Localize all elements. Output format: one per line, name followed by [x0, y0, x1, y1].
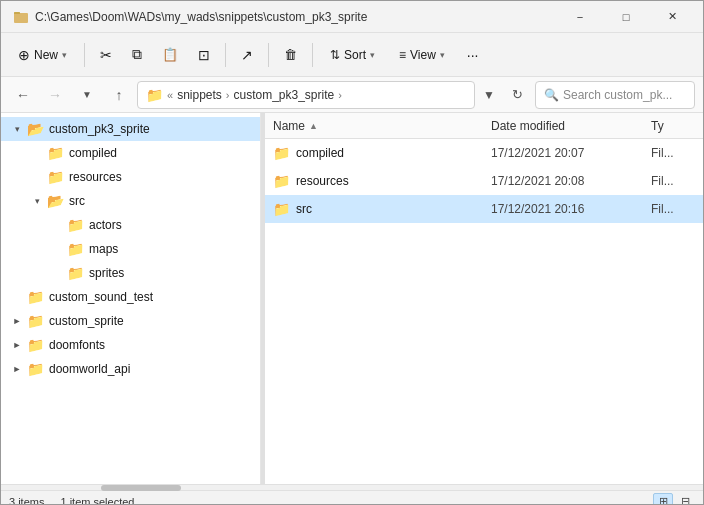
large-icons-view-button[interactable]: ⊟ [675, 493, 695, 506]
path-sep-2: › [226, 89, 230, 101]
view-label: View [410, 48, 436, 62]
column-date-modified[interactable]: Date modified [483, 113, 643, 138]
file-type-src: Fil... [643, 202, 703, 216]
sidebar-item-custom-sound-test[interactable]: 📁 custom_sound_test [1, 285, 260, 309]
address-dropdown-button[interactable]: ▼ [479, 81, 499, 109]
folder-icon-doomworld-api: 📁 [27, 361, 44, 377]
sidebar-label-src: src [69, 194, 85, 208]
refresh-button[interactable]: ↻ [503, 81, 531, 109]
cut-icon: ✂ [100, 47, 112, 63]
share-button[interactable]: ↗ [232, 38, 262, 72]
copy-button[interactable]: ⧉ [123, 38, 151, 72]
file-name-compiled: 📁 compiled [265, 145, 483, 161]
cut-button[interactable]: ✂ [91, 38, 121, 72]
file-label-resources: resources [296, 174, 349, 188]
back-button[interactable]: ← [9, 81, 37, 109]
sidebar-label-custom-pk3-sprite: custom_pk3_sprite [49, 122, 150, 136]
large-icons-icon: ⊟ [681, 495, 690, 505]
view-chevron-icon: ▾ [440, 50, 445, 60]
rename-button[interactable]: ⊡ [189, 38, 219, 72]
sidebar-item-resources[interactable]: 📁 resources [1, 165, 260, 189]
column-name[interactable]: Name ▲ [265, 113, 483, 138]
expand-icon-src: ▾ [29, 193, 45, 209]
share-icon: ↗ [241, 47, 253, 63]
sidebar-item-doomfonts[interactable]: ► 📁 doomfonts [1, 333, 260, 357]
column-type-label: Ty [651, 119, 664, 133]
search-box[interactable]: 🔍 Search custom_pk... [535, 81, 695, 109]
status-bar: 3 items 1 item selected ⊞ ⊟ [1, 490, 703, 505]
folder-icon-compiled-file: 📁 [273, 145, 290, 161]
expand-icon-doomfonts: ► [9, 337, 25, 353]
folder-icon-cst: 📁 [27, 289, 44, 305]
new-button[interactable]: ⊕ New ▾ [7, 38, 78, 72]
file-label-compiled: compiled [296, 146, 344, 160]
folder-icon-custom-sprite: 📁 [27, 313, 44, 329]
folder-icon-maps: 📁 [67, 241, 84, 257]
new-icon: ⊕ [18, 47, 30, 63]
file-date-resources: 17/12/2021 20:08 [483, 174, 643, 188]
folder-icon-doomfonts: 📁 [27, 337, 44, 353]
refresh-icon: ↻ [512, 87, 523, 102]
sidebar-item-sprites[interactable]: 📁 sprites [1, 261, 260, 285]
file-name-src: 📁 src [265, 201, 483, 217]
title-text: C:\Games\Doom\WADs\my_wads\snippets\cust… [35, 10, 367, 24]
title-bar-left: C:\Games\Doom\WADs\my_wads\snippets\cust… [13, 9, 367, 25]
delete-button[interactable]: 🗑 [275, 38, 306, 72]
scrollbar-thumb[interactable] [101, 485, 181, 491]
up-button[interactable]: ↑ [105, 81, 133, 109]
window-icon [13, 9, 29, 25]
sidebar-item-compiled[interactable]: 📁 compiled [1, 141, 260, 165]
path-sep-1: « [167, 89, 173, 101]
sidebar-label-actors: actors [89, 218, 122, 232]
recent-locations-button[interactable]: ▼ [73, 81, 101, 109]
sort-arrow-icon: ▲ [309, 121, 318, 131]
sidebar-label-resources: resources [69, 170, 122, 184]
new-label: New [34, 48, 58, 62]
file-row-src[interactable]: 📁 src 17/12/2021 20:16 Fil... [265, 195, 703, 223]
path-snippets[interactable]: snippets [177, 88, 222, 102]
sidebar-item-custom-pk3-sprite[interactable]: ▾ 📂 custom_pk3_sprite [1, 117, 260, 141]
folder-icon-resources-file: 📁 [273, 173, 290, 189]
sort-button[interactable]: ⇅ Sort ▾ [319, 38, 386, 72]
sidebar-label-doomfonts: doomfonts [49, 338, 105, 352]
path-custom-pk3-sprite[interactable]: custom_pk3_sprite [234, 88, 335, 102]
file-row-resources[interactable]: 📁 resources 17/12/2021 20:08 Fil... [265, 167, 703, 195]
sidebar-label-maps: maps [89, 242, 118, 256]
sidebar-item-maps[interactable]: 📁 maps [1, 237, 260, 261]
sidebar-item-doomworld-api[interactable]: ► 📁 doomworld_api [1, 357, 260, 381]
file-name-resources: 📁 resources [265, 173, 483, 189]
file-row-compiled[interactable]: 📁 compiled 17/12/2021 20:07 Fil... [265, 139, 703, 167]
file-type-compiled: Fil... [643, 146, 703, 160]
forward-button[interactable]: → [41, 81, 69, 109]
sidebar-label-doomworld-api: doomworld_api [49, 362, 130, 376]
folder-icon-resources: 📁 [47, 169, 64, 185]
view-button[interactable]: ≡ View ▾ [388, 38, 456, 72]
file-label-src: src [296, 202, 312, 216]
paste-button[interactable]: 📋 [153, 38, 187, 72]
sidebar-item-src[interactable]: ▾ 📂 src [1, 189, 260, 213]
expand-icon-doomworld-api: ► [9, 361, 25, 377]
view-icon: ≡ [399, 48, 406, 62]
minimize-button[interactable]: − [557, 1, 603, 33]
folder-icon-compiled: 📁 [47, 145, 64, 161]
horizontal-scrollbar[interactable] [1, 484, 703, 490]
close-button[interactable]: ✕ [649, 1, 695, 33]
toolbar-separator-2 [225, 43, 226, 67]
sidebar-item-actors[interactable]: 📁 actors [1, 213, 260, 237]
file-type-resources: Fil... [643, 174, 703, 188]
address-path[interactable]: 📁 « snippets › custom_pk3_sprite › [137, 81, 475, 109]
toolbar-separator-4 [312, 43, 313, 67]
sidebar-item-custom-sprite[interactable]: ► 📁 custom_sprite [1, 309, 260, 333]
column-date-label: Date modified [491, 119, 565, 133]
details-view-button[interactable]: ⊞ [653, 493, 673, 506]
toolbar: ⊕ New ▾ ✂ ⧉ 📋 ⊡ ↗ 🗑 ⇅ Sort ▾ ≡ View ▾ ··… [1, 33, 703, 77]
sidebar-label-cst: custom_sound_test [49, 290, 153, 304]
sidebar: ▾ 📂 custom_pk3_sprite 📁 compiled 📁 resou… [1, 113, 261, 484]
column-type[interactable]: Ty [643, 113, 703, 138]
toolbar-separator-3 [268, 43, 269, 67]
maximize-button[interactable]: □ [603, 1, 649, 33]
search-placeholder: Search custom_pk... [563, 88, 672, 102]
more-button[interactable]: ··· [458, 38, 488, 72]
folder-icon-src-file: 📁 [273, 201, 290, 217]
expand-icon-custom-sprite: ► [9, 313, 25, 329]
